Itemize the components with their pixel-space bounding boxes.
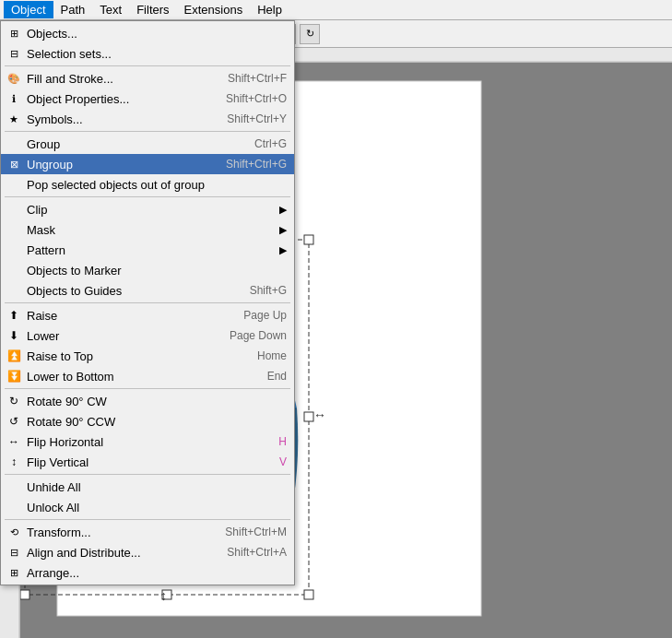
fill-stroke-shortcut: Shift+Ctrl+F	[209, 72, 287, 85]
svg-rect-33	[20, 590, 29, 599]
flip-v-shortcut: V	[261, 455, 287, 468]
raise-icon: ⬆	[5, 309, 23, 322]
menu-item-arrange[interactable]: ⊞ Arrange...	[1, 562, 294, 583]
clip-label: Clip	[27, 203, 47, 217]
selection-sets-icon: ⊟	[5, 48, 23, 60]
flip-v-label: Flip Vertical	[27, 455, 88, 469]
menu-object[interactable]: Object	[4, 1, 53, 18]
menu-item-lower[interactable]: ⬇ Lower Page Down	[1, 325, 294, 346]
svg-rect-32	[304, 412, 313, 421]
object-properties-icon: ℹ	[5, 93, 23, 105]
menu-item-rotate-cw[interactable]: ↻ Rotate 90° CW	[1, 391, 294, 411]
menu-item-flip-v[interactable]: ↕ Flip Vertical V	[1, 452, 294, 472]
lower-to-bottom-icon: ⏬	[5, 370, 23, 383]
menu-item-pattern[interactable]: Pattern ▶	[1, 240, 294, 260]
objects-label: Objects...	[27, 27, 77, 41]
unlock-all-label: Unlock All	[27, 501, 79, 514]
menu-item-raise-to-top[interactable]: ⏫ Raise to Top Home	[1, 346, 294, 366]
objects-icon: ⊞	[5, 28, 23, 40]
lower-shortcut: Page Down	[211, 329, 287, 342]
rotate-ccw-icon: ↺	[5, 415, 23, 428]
arrange-label: Arrange...	[27, 566, 79, 580]
menu-item-objects-to-marker[interactable]: Objects to Marker	[1, 260, 294, 280]
menu-item-object-properties[interactable]: ℹ Object Properties... Shift+Ctrl+O	[1, 89, 294, 109]
ungroup-shortcut: Shift+Ctrl+G	[207, 158, 287, 171]
ungroup-label: Ungroup	[27, 158, 73, 171]
separator-7	[5, 519, 290, 520]
menu-item-clip[interactable]: Clip ▶	[1, 199, 294, 219]
separator-3	[5, 196, 290, 197]
raise-to-top-shortcut: Home	[239, 349, 287, 362]
rotate-cw-btn[interactable]: ↻	[300, 24, 320, 44]
rotate-ccw-label: Rotate 90° CCW	[27, 415, 115, 429]
raise-shortcut: Page Up	[225, 309, 287, 322]
menu-help[interactable]: Help	[250, 1, 289, 18]
clip-arrow: ▶	[279, 204, 287, 216]
rotate-cw-icon: ↻	[5, 395, 23, 408]
align-distribute-shortcut: Shift+Ctrl+A	[208, 546, 287, 559]
object-properties-label: Object Properties...	[27, 92, 129, 106]
group-label: Group	[27, 137, 60, 151]
svg-rect-30	[304, 235, 313, 244]
menubar: Object Path Text Filters Extensions Help	[0, 0, 672, 20]
menu-item-unhide-all[interactable]: Unhide All	[1, 477, 294, 497]
dropdown-menu: ⊞ Objects... ⊟ Selection sets... 🎨 Fill …	[0, 20, 295, 585]
menu-item-symbols[interactable]: ★ Symbols... Shift+Ctrl+Y	[1, 109, 294, 129]
separator-5	[5, 388, 290, 389]
menu-filters[interactable]: Filters	[129, 1, 176, 18]
svg-rect-35	[304, 590, 313, 599]
fill-stroke-icon: 🎨	[5, 73, 23, 85]
menu-item-transform[interactable]: ⟲ Transform... Shift+Ctrl+M	[1, 522, 294, 542]
flip-h-label: Flip Horizontal	[27, 435, 103, 449]
raise-label: Raise	[27, 309, 57, 323]
menu-item-fill-stroke[interactable]: 🎨 Fill and Stroke... Shift+Ctrl+F	[1, 68, 294, 89]
flip-h-shortcut: H	[260, 435, 287, 448]
separator-4	[5, 302, 290, 303]
menu-item-selection-sets[interactable]: ⊟ Selection sets...	[1, 43, 294, 64]
raise-to-top-label: Raise to Top	[27, 349, 93, 363]
object-menu-dropdown: ⊞ Objects... ⊟ Selection sets... 🎨 Fill …	[0, 20, 295, 585]
menu-item-objects-to-guides[interactable]: Objects to Guides Shift+G	[1, 280, 294, 301]
fill-stroke-label: Fill and Stroke...	[27, 72, 113, 86]
svg-text:↕: ↕	[160, 588, 167, 603]
svg-text:↔: ↔	[313, 408, 326, 422]
menu-item-pop-group[interactable]: Pop selected objects out of group	[1, 174, 294, 195]
mask-label: Mask	[27, 223, 55, 237]
mask-arrow: ▶	[279, 224, 287, 236]
align-distribute-label: Align and Distribute...	[27, 546, 141, 560]
transform-icon: ⟲	[5, 526, 23, 538]
raise-to-top-icon: ⏫	[5, 349, 23, 362]
separator-6	[5, 474, 290, 475]
symbols-shortcut: Shift+Ctrl+Y	[208, 112, 287, 125]
pop-group-label: Pop selected objects out of group	[27, 178, 205, 192]
menu-item-lower-to-bottom[interactable]: ⏬ Lower to Bottom End	[1, 366, 294, 386]
pattern-arrow: ▶	[279, 244, 287, 256]
lower-to-bottom-label: Lower to Bottom	[27, 370, 114, 384]
menu-item-flip-h[interactable]: ↔ Flip Horizontal H	[1, 431, 294, 452]
menu-text[interactable]: Text	[92, 1, 129, 18]
menu-extensions[interactable]: Extensions	[177, 1, 251, 18]
symbols-icon: ★	[5, 113, 23, 125]
lower-icon: ⬇	[5, 329, 23, 342]
ungroup-icon: ⊠	[5, 159, 23, 171]
symbols-label: Symbols...	[27, 112, 83, 126]
flip-h-icon: ↔	[5, 435, 23, 448]
lower-label: Lower	[27, 329, 59, 343]
menu-item-unlock-all[interactable]: Unlock All	[1, 497, 294, 517]
menu-item-align-distribute[interactable]: ⊟ Align and Distribute... Shift+Ctrl+A	[1, 542, 294, 562]
selection-sets-label: Selection sets...	[27, 47, 112, 61]
group-shortcut: Ctrl+G	[236, 137, 287, 150]
objects-to-guides-label: Objects to Guides	[27, 284, 122, 298]
menu-item-ungroup[interactable]: ⊠ Ungroup Shift+Ctrl+G	[1, 154, 294, 174]
menu-item-mask[interactable]: Mask ▶	[1, 219, 294, 240]
menu-item-rotate-ccw[interactable]: ↺ Rotate 90° CCW	[1, 411, 294, 431]
transform-shortcut: Shift+Ctrl+M	[206, 526, 287, 538]
arrange-icon: ⊞	[5, 567, 23, 579]
objects-to-guides-shortcut: Shift+G	[231, 284, 287, 297]
rotate-cw-label: Rotate 90° CW	[27, 395, 107, 408]
menu-path[interactable]: Path	[53, 1, 93, 18]
menu-item-group[interactable]: Group Ctrl+G	[1, 134, 294, 154]
objects-to-marker-label: Objects to Marker	[27, 264, 122, 278]
menu-item-objects[interactable]: ⊞ Objects...	[1, 23, 294, 43]
menu-item-raise[interactable]: ⬆ Raise Page Up	[1, 305, 294, 325]
